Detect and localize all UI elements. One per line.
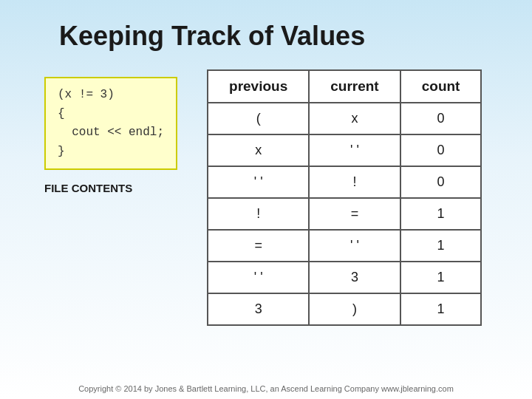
table-cell: ' ' [309, 230, 400, 262]
table-cell: = [309, 198, 400, 230]
table-cell: 1 [400, 198, 482, 230]
table-cell: 1 [400, 230, 482, 262]
table-cell: x [309, 103, 400, 134]
table-cell: x [208, 134, 309, 166]
page-title: Keeping Track of Values [0, 0, 532, 69]
table-cell: 1 [400, 293, 482, 325]
footer-text: Copyright © 2014 by Jones & Bartlett Lea… [0, 384, 532, 393]
table-cell: ! [208, 198, 309, 230]
table-cell: 0 [400, 103, 482, 134]
table-cell: ) [309, 293, 400, 325]
data-table: previous current count (x0x' '0' '!0!=1=… [207, 69, 482, 326]
col-header-count: count [400, 70, 482, 103]
table-cell: ' ' [309, 134, 400, 166]
table-cell: 0 [400, 166, 482, 198]
table-cell: 0 [400, 134, 482, 166]
table-cell: ! [309, 166, 400, 198]
table-cell: 1 [400, 262, 482, 293]
col-header-previous: previous [208, 70, 309, 103]
table-cell: ( [208, 103, 309, 134]
table-cell: 3 [309, 262, 400, 293]
col-header-current: current [309, 70, 400, 103]
table-cell: = [208, 230, 309, 262]
table-cell: 3 [208, 293, 309, 325]
file-label: FILE CONTENTS [44, 182, 177, 194]
code-box: (x != 3) { cout << endl; } [44, 77, 177, 170]
table-cell: ' ' [208, 166, 309, 198]
table-cell: ' ' [208, 262, 309, 293]
